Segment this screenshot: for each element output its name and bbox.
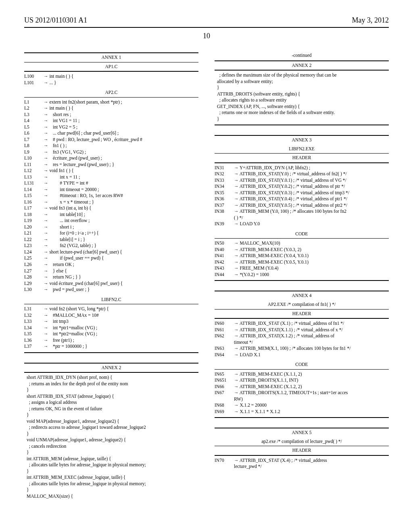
line-code: → ATTRIB_IDX_STAT (X.1) ; /* virtual_add… [234, 320, 389, 327]
line-code: → free (ptr1) ; [44, 337, 198, 344]
line-code: → ATTRIB_MEM-EXEC (Y.0.5, Y.0.1) [234, 259, 389, 266]
annex-3-header-label: HEADER [215, 154, 389, 162]
line-code: → ATTRIB_MEM-EXEC (X.1.2, 2) [234, 384, 389, 390]
code-line: IN36→ ATTRIB_IDX_STAT(Y.0.4) ; /* virtua… [215, 196, 389, 202]
line-code: → ... } [44, 80, 198, 86]
code-line: L28→ return NG ; } } [24, 274, 198, 281]
line-label: IN41 [215, 253, 234, 259]
line-code: → ATTRIB_MEM(X.1, 100) ; /* allocates 10… [234, 345, 389, 352]
line-label: IN38 [215, 208, 234, 215]
line-code: → x = x * timeout ; } [44, 199, 198, 206]
line-code: → # TYPE = int # [44, 180, 198, 187]
code-line: IN44→ *(Y.0.2) = 1000 [215, 272, 389, 278]
line-label: L5 [24, 124, 44, 131]
annex-1: ANNEX 1 AP1.C L100→ int main ( ) {L101→ … [24, 52, 198, 353]
code-line: IN60→ ATTRIB_IDX_STAT (X.1) ; /* virtual… [215, 320, 389, 327]
line-code: → X.1.1 = X.1.1 * X.1.2 [234, 409, 389, 415]
annex-4-sub: AP2.EXE /* compilation of fn1( ) */ [215, 300, 389, 309]
line-code: → short lecture-pwd (char[6] pwd_user) { [44, 249, 198, 256]
code-line: L13→ int x = 11 ; [24, 174, 198, 181]
annex-4-code-label: CODE [215, 360, 389, 369]
line-code: → ATTRIB_IDX_STAT(Y.0.1) ; /* virtual_ad… [234, 177, 389, 184]
line-code: → } else { [44, 268, 198, 274]
line-code: → res = lecture_pwd (pwd_user) ; } [44, 162, 198, 168]
line-code: → MALLOC_MAX(10) [234, 240, 389, 247]
annex-5-code: IN70→ ATTRIB_IDX_STAT (X.4) ; /* virtual… [215, 456, 389, 472]
line-label: IN64 [215, 352, 234, 358]
code-line: IN68→ X.1.2 = 20000 [215, 402, 389, 409]
annex-1-code-ap2: L1→ extern int fn2(short param, short *p… [24, 98, 198, 295]
line-code: → int timeout = 20000 ; [44, 187, 198, 193]
code-line: L15→ #timeout : RO, 1s, 1er acces RW# [24, 193, 198, 199]
annex-4-title: ANNEX 4 [215, 291, 389, 300]
code-line: IN38→ ATTRIB_MEM (Y.0, 100) ; /* allocat… [215, 208, 389, 221]
line-code: → int x = 11 ; [44, 174, 198, 181]
annex-5-sub: ap2.exe /* compilation of lecture_pwd( )… [215, 437, 389, 446]
line-code: → int main ( ) { [44, 73, 198, 80]
line-label: L18 [24, 212, 44, 218]
line-code: → int VG1 = 11 ; [44, 118, 198, 124]
annex-3-sub: LIBFN2.EXE [215, 145, 389, 154]
code-line: L6→ ... char pwd[6] ; char pwd_user[6] ; [24, 130, 198, 137]
line-code: → ATTRIB_MEM-EXEC (X.1.1, 2) [234, 371, 389, 378]
line-code: → return NG ; } } [44, 274, 198, 281]
line-code: → écriture_pwd (pwd_user) ; [44, 155, 198, 162]
line-code: → #MALLOC_MAx = 10# [44, 312, 198, 319]
line-label: IN67 [215, 390, 234, 396]
line-label: IN32 [215, 171, 234, 177]
line-code: → extern int fn2(short param, short *ptr… [44, 99, 198, 106]
code-line: L16→ x = x * timeout ; } [24, 199, 198, 206]
line-label: L33 [24, 318, 44, 325]
line-label: L37 [24, 343, 44, 350]
annex-3-title: ANNEX 3 [215, 136, 389, 145]
line-code: → LOAD X.1 [234, 352, 389, 358]
annex-4-header-label: HEADER [215, 310, 389, 318]
line-label: L3 [24, 112, 44, 118]
code-line: IN62→ ATTRIB_IDX_STAT(X.1.2) ; /* virtua… [215, 333, 389, 345]
line-label: L2 [24, 105, 44, 112]
code-line: IN32→ ATTRIB_IDX_STAT(Y.0) ; /* virtual_… [215, 171, 389, 177]
line-code: → ATTRIB_IDX_STAT(X.1.1) ; /* virtual_ad… [234, 327, 389, 333]
line-label: IN69 [215, 409, 234, 415]
left-column: ANNEX 1 AP1.C L100→ int main ( ) {L101→ … [24, 52, 198, 512]
code-line: L27→ } else { [24, 268, 198, 274]
code-line: L26→ return OK ; [24, 262, 198, 268]
code-line: L8→ fn1 ( ) ; [24, 143, 198, 149]
right-column: -continued ANNEX 2 ; defines the maximum… [215, 52, 389, 512]
line-label: L8 [24, 143, 44, 149]
line-code: → FREE_MEM (Y.0.4) [234, 265, 389, 272]
line-label: L17 [24, 205, 44, 212]
line-label: L32 [24, 312, 44, 319]
code-line: IN33→ ATTRIB_IDX_STAT(Y.0.1) ; /* virtua… [215, 177, 389, 184]
code-line: L37→ *ptr = 1000000 ; } [24, 343, 198, 350]
page-number: 10 [24, 32, 389, 40]
code-line: IN65→ ATTRIB_MEM-EXEC (X.1.1, 2) [215, 371, 389, 378]
line-label: IN68 [215, 402, 234, 409]
line-label: L24 [24, 249, 44, 256]
annex-2c-body: ; defines the maximum size of the physic… [215, 71, 389, 125]
line-code: → short res ; [44, 112, 198, 118]
line-label: IN70 [215, 457, 234, 464]
line-code: → LOAD Y.0 [234, 221, 389, 227]
code-line: L32→ #MALLOC_MAx = 10# [24, 312, 198, 319]
line-label: IN50 [215, 240, 234, 247]
line-label: L131 [24, 180, 44, 187]
line-code: → int table[10] ; [44, 212, 198, 218]
annex-3-header-code: IN31→ Y=ATTRIB_IDX_DYN (AP, libfn2) ;IN3… [215, 163, 389, 230]
code-line: L30→ pwd = pwd_user ; } [24, 287, 198, 293]
line-label: L31 [24, 306, 44, 312]
code-line: L2→ int main ( ) { [24, 105, 198, 112]
line-label: L34 [24, 325, 44, 331]
line-label: IN36 [215, 196, 234, 202]
annex-1-code-libfn2: L31→ void fn2 (short VG, long *ptr) {L32… [24, 304, 198, 352]
annex-5-title: ANNEX 5 [215, 428, 389, 437]
line-label: L35 [24, 331, 44, 337]
line-label: IN33 [215, 177, 234, 184]
annex-1-code-ap1: L100→ int main ( ) {L101→ ... } [24, 72, 198, 88]
code-line: L33→ int tmp3 [24, 318, 198, 325]
annex-2-title: ANNEX 2 [24, 364, 198, 372]
line-label: L29 [24, 281, 44, 287]
line-code: → ATTRIB_DROITS(X.1.2, TIMEOUT=1s ; star… [234, 390, 389, 402]
line-code: → int tmp3 [44, 318, 198, 325]
code-line: L5→ int VG2 = 5 ; [24, 124, 198, 131]
